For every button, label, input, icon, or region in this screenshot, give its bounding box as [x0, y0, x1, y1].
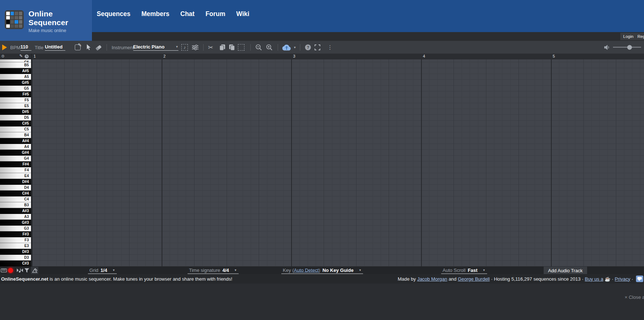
title-input[interactable]: [45, 44, 65, 51]
grid-size-dropdown[interactable]: Grid 1/4 ▼: [88, 267, 117, 274]
piano-key-G5[interactable]: G5: [0, 86, 31, 91]
keyboard-icon[interactable]: [1, 268, 7, 272]
piano-key-A4[interactable]: A4: [0, 144, 31, 150]
paste-icon[interactable]: [229, 44, 235, 51]
piano-key-E3[interactable]: E3: [0, 243, 31, 249]
select-tool-icon[interactable]: [86, 44, 92, 50]
speaker-icon[interactable]: [604, 44, 610, 50]
piano-key-E4[interactable]: E4: [0, 173, 31, 179]
time-signature-dropdown[interactable]: Time signature 4/4 ▼: [188, 267, 239, 274]
bpm-label: BPM: [10, 44, 20, 50]
piano-key-A5[interactable]: A5: [0, 74, 31, 80]
piano-key-E5[interactable]: E5: [0, 103, 31, 109]
clock-icon[interactable]: [24, 54, 29, 59]
privacy-link[interactable]: Privacy: [615, 276, 630, 282]
step-record-icon[interactable]: [16, 268, 23, 273]
ad-area: × Close ad: [0, 284, 644, 320]
volume-slider-handle[interactable]: [627, 45, 632, 50]
author-link-george-burdell[interactable]: George Burdell: [458, 276, 490, 282]
volume-slider[interactable]: [613, 47, 641, 48]
edit-title-icon[interactable]: ✎: [75, 44, 81, 50]
help-icon[interactable]: ?: [305, 44, 311, 50]
logo[interactable]: Online Sequencer Make music online: [0, 0, 92, 41]
gear-icon[interactable]: ⚙: [1, 54, 5, 58]
note-grid[interactable]: [32, 59, 644, 266]
auto-scroll-dropdown[interactable]: Auto Scroll Fast ▼: [441, 267, 487, 274]
piano-key-C4[interactable]: C4: [0, 196, 31, 202]
piano-key-F#5[interactable]: F#5: [0, 91, 31, 97]
top-header: SequencesMembersChatForumWiki: [0, 0, 644, 32]
piano-key-D3[interactable]: D3: [0, 255, 31, 261]
piano-key-D5[interactable]: D5: [0, 115, 31, 121]
nav-chat[interactable]: Chat: [180, 10, 194, 18]
auto-detect-link[interactable]: Auto Detect: [294, 267, 319, 273]
chat-icon[interactable]: [636, 276, 643, 282]
piano-key-F5[interactable]: F5: [0, 97, 31, 103]
piano-key-D#5[interactable]: D#5: [0, 109, 31, 115]
key-guide-dropdown[interactable]: Key ( Auto Detect ) No Key Guide ▼: [281, 267, 363, 274]
piano-key-G#5[interactable]: G#5: [0, 80, 31, 86]
piano-key-C#4[interactable]: C#4: [0, 191, 31, 196]
toolbar-divider: [250, 44, 251, 51]
login-button[interactable]: Login: [620, 33, 636, 40]
piano-key-B4[interactable]: B4: [0, 132, 31, 138]
piano-key-F#3[interactable]: F#3: [0, 231, 31, 237]
add-audio-track-button[interactable]: Add Audio Track: [544, 266, 587, 274]
piano-grid-divider: [31, 54, 32, 266]
copy-icon[interactable]: [219, 44, 225, 51]
selection-box-icon[interactable]: [238, 44, 244, 51]
piano-key-C#5[interactable]: C#5: [0, 121, 31, 126]
cut-icon[interactable]: ✂: [208, 44, 213, 50]
fullscreen-icon[interactable]: [315, 44, 320, 50]
toolbar-divider: [278, 44, 278, 51]
record-button[interactable]: [8, 268, 13, 273]
zoom-out-icon[interactable]: [255, 44, 262, 51]
velocity-tool-icon[interactable]: [31, 267, 38, 274]
piano-key-B3[interactable]: B3: [0, 202, 31, 208]
piano-key-D#3[interactable]: D#3: [0, 249, 31, 255]
measure-number-5: 5: [553, 54, 555, 58]
piano-key-A#4[interactable]: A#4: [0, 138, 31, 144]
piano-key-C#3[interactable]: C#3: [0, 261, 31, 266]
save-cloud-dropdown[interactable]: ▼: [282, 44, 296, 51]
piano-key-D#4[interactable]: D#4: [0, 179, 31, 185]
play-button[interactable]: [2, 44, 7, 50]
piano-key-C5[interactable]: C5: [0, 126, 31, 132]
nav-wiki[interactable]: Wiki: [236, 10, 250, 18]
nav-members[interactable]: Members: [141, 10, 169, 18]
piano-key-G4[interactable]: G4: [0, 156, 31, 161]
piano-key-B5[interactable]: B5: [0, 62, 31, 68]
close-ad-button[interactable]: × Close ad: [625, 294, 644, 300]
piano-key-G#4[interactable]: G#4: [0, 150, 31, 156]
piano-key-F4[interactable]: F4: [0, 167, 31, 173]
piano-key-A#5[interactable]: A#5: [0, 68, 31, 74]
instrument-settings-icon[interactable]: [192, 44, 199, 50]
register-button[interactable]: Register: [635, 33, 644, 40]
draw-mode-icon[interactable]: ✎: [19, 54, 23, 58]
filter-notes-icon[interactable]: [24, 268, 30, 273]
author-link-jacob-morgan[interactable]: Jacob Morgan: [417, 276, 447, 282]
account-bar: Login Register: [0, 32, 644, 41]
piano-key-G#3[interactable]: G#3: [0, 220, 31, 226]
instrument-dropdown[interactable]: Electric Piano ▼: [133, 44, 178, 51]
nav-forum[interactable]: Forum: [205, 10, 225, 18]
logo-icon: [5, 10, 24, 29]
eraser-tool-icon[interactable]: [95, 44, 102, 51]
bpm-input[interactable]: [20, 44, 31, 51]
buy-us-coffee-link[interactable]: Buy us a: [585, 276, 603, 282]
cloud-upload-icon: [282, 44, 292, 51]
piano-key-F3[interactable]: F3: [0, 237, 31, 243]
piano-key-A#3[interactable]: A#3: [0, 208, 31, 214]
piano-key-C6[interactable]: C6: [0, 59, 31, 62]
measure-number-2: 2: [163, 54, 166, 58]
piano-key-F#4[interactable]: F#4: [0, 161, 31, 167]
more-options-icon[interactable]: ⋮: [327, 44, 333, 51]
zoom-in-icon[interactable]: [266, 44, 273, 51]
nav-sequences[interactable]: Sequences: [97, 10, 130, 18]
select-instrument-notes-icon[interactable]: ♪: [181, 44, 188, 51]
piano-key-D4[interactable]: D4: [0, 185, 31, 191]
piano-key-G3[interactable]: G3: [0, 226, 31, 231]
piano-key-A3[interactable]: A3: [0, 214, 31, 220]
toolbar-divider: [300, 44, 300, 51]
measure-ruler[interactable]: 12345: [32, 54, 644, 59]
